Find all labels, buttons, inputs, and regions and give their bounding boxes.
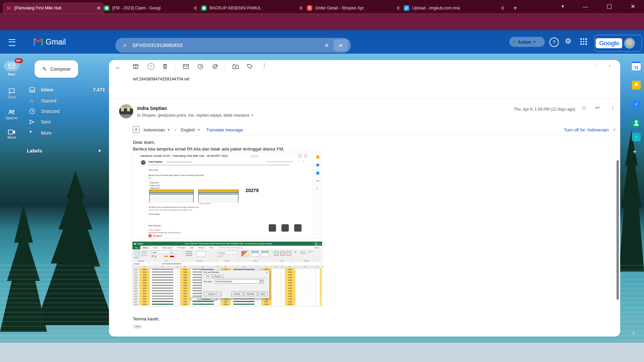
newer-email-icon[interactable]: ‹ bbox=[595, 62, 596, 68]
sender-name[interactable]: Indra Septian bbox=[137, 106, 167, 111]
find-all-button[interactable]: Find All bbox=[231, 292, 243, 296]
maximize-button[interactable] bbox=[601, 0, 617, 13]
snooze-icon[interactable] bbox=[197, 63, 204, 70]
close-button[interactable]: ✕ bbox=[625, 0, 641, 13]
contacts-icon[interactable] bbox=[632, 119, 641, 128]
tab-title: [FM - 2023] Claim - Googl bbox=[112, 6, 190, 10]
tab-search-chevron-icon[interactable]: ▼ bbox=[555, 0, 571, 13]
archive-icon[interactable] bbox=[132, 63, 139, 70]
translate-to[interactable]: English bbox=[181, 127, 195, 132]
back-arrow-icon[interactable]: ← bbox=[112, 61, 124, 73]
hamburger-menu-icon[interactable] bbox=[9, 39, 15, 46]
divider bbox=[109, 99, 620, 99]
find-what-label: Find what: bbox=[204, 281, 215, 283]
search-icon[interactable]: ⌕ bbox=[118, 40, 131, 51]
sidebar-item-sent[interactable]: Sent bbox=[29, 117, 105, 127]
delete-icon[interactable] bbox=[162, 63, 168, 69]
tab-close-icon[interactable]: ✕ bbox=[299, 5, 303, 11]
sidebar-item-more[interactable]: ▼ More bbox=[29, 128, 105, 138]
scrollbar-thumb[interactable] bbox=[616, 160, 619, 300]
find-what-input[interactable]: SPXID031919680453 bbox=[215, 280, 260, 284]
labels-icon[interactable] bbox=[247, 63, 253, 70]
att1-star-icon: ☆ bbox=[298, 160, 300, 163]
chevron-down-icon: ▼ bbox=[29, 130, 36, 136]
meet-icon bbox=[8, 129, 15, 135]
details-caret-icon[interactable]: ▼ bbox=[251, 114, 254, 117]
tab-gmail[interactable]: M [Pamulang First Mile Hub ✕ bbox=[3, 2, 104, 13]
tab-imgkub[interactable]: ⬈ Upload - imgkub.com ima ✕ bbox=[400, 2, 508, 13]
rail-chat[interactable]: Chat bbox=[0, 88, 23, 99]
star-icon[interactable]: ☆ bbox=[581, 105, 587, 112]
gmail-search-bar[interactable]: ⌕ ✕ ⇄ bbox=[115, 38, 351, 53]
add-label-icon[interactable]: + bbox=[98, 147, 101, 154]
att1-dc: - Jakarta DC bbox=[149, 187, 160, 189]
account-avatar[interactable] bbox=[624, 38, 635, 49]
tab-close-icon[interactable]: ✕ bbox=[97, 5, 101, 11]
translate-from[interactable]: Indonesian bbox=[144, 127, 165, 132]
show-trimmed-content[interactable] bbox=[133, 324, 142, 329]
tab-fm-claim[interactable]: ▦ [FM - 2023] Claim - Googl ✕ bbox=[101, 2, 201, 13]
gmail-search-input[interactable] bbox=[131, 42, 320, 49]
more-vert-icon[interactable]: ⋮ bbox=[610, 105, 615, 111]
rail-mail[interactable]: 99+ Mail bbox=[0, 61, 23, 76]
rail-meet[interactable]: Meet bbox=[0, 129, 23, 139]
report-spam-icon[interactable]: ! bbox=[148, 63, 154, 70]
dialog-close-icon[interactable]: ✕ bbox=[266, 271, 268, 274]
reply-icon[interactable]: ↩ bbox=[595, 105, 600, 111]
rail-chat-label: Chat bbox=[0, 95, 23, 99]
tab-backup-absensi[interactable]: ▦ BACKUP ABSENSI PAMUL ✕ bbox=[198, 2, 306, 13]
get-addons-icon[interactable]: + bbox=[633, 147, 637, 156]
translate-turnoff[interactable]: Turn off for: Indonesian bbox=[564, 127, 609, 132]
rail-meet-label: Meet bbox=[0, 135, 23, 139]
recipients[interactable]: to Shopee, greatzano.putra, me, septian.… bbox=[137, 113, 249, 118]
more-options-icon[interactable]: ⋮ bbox=[262, 62, 267, 69]
search-filter-icon[interactable]: ⇄ bbox=[333, 39, 348, 51]
sidebar-item-inbox[interactable]: Inbox 7,473 bbox=[29, 85, 105, 95]
settings-gear-icon[interactable]: ⚙ bbox=[565, 37, 572, 46]
compose-button[interactable]: ✎ Compose bbox=[35, 60, 78, 78]
att1-line3: Dan Berikut Kami Lampirkan Datanya, kami… bbox=[149, 206, 199, 208]
tab-close-icon[interactable]: ✕ bbox=[193, 5, 197, 11]
older-email-icon[interactable]: › bbox=[609, 62, 610, 68]
sidebar-item-snoozed[interactable]: Snoozed bbox=[29, 107, 105, 116]
clock-icon bbox=[29, 108, 36, 115]
help-icon[interactable]: ? bbox=[549, 38, 559, 47]
attached-excel-image[interactable]: DAILY REPORT TEAM PAMULANG FIRST MILE HU… bbox=[132, 241, 322, 306]
excel-menu-tab: View bbox=[207, 247, 215, 249]
tasks-icon[interactable]: ✓ bbox=[632, 100, 641, 109]
mark-unread-icon[interactable] bbox=[183, 63, 189, 70]
rail-spaces-label: Spaces bbox=[0, 116, 23, 120]
excel-titlebar: DAILY REPORT TEAM PAMULANG FIRST MILE HU… bbox=[132, 242, 322, 246]
clear-search-icon[interactable]: ✕ bbox=[320, 42, 333, 49]
close-button[interactable]: Close bbox=[258, 292, 268, 296]
rail-spaces[interactable]: Spaces bbox=[0, 109, 23, 120]
find-replace-dialog[interactable]: Find and Replace ✕ Find Replace Find wha… bbox=[201, 270, 270, 299]
chevron-right-icon[interactable]: › bbox=[632, 328, 635, 338]
sidebar-item-starred[interactable]: ☆ Starred bbox=[29, 96, 105, 106]
att1-big-number: 20279 bbox=[246, 188, 259, 193]
att1-sig-brand: Shopee bbox=[153, 234, 162, 237]
attached-email-image[interactable]: Handover Goods All DC - Pamulang First M… bbox=[132, 152, 322, 239]
headset-icon[interactable]: ∩ bbox=[632, 133, 641, 141]
replace-tab[interactable]: Replace bbox=[212, 275, 223, 278]
tab-shopee-order[interactable]: S Order Detail - Shopee Xpr ✕ bbox=[304, 2, 404, 13]
calendar-icon[interactable]: 31 bbox=[632, 62, 641, 70]
apps-grid-icon[interactable] bbox=[580, 38, 587, 45]
att1-sig-role: Pamulang First Mile Hub | Shopee Express bbox=[149, 232, 181, 234]
compose-pencil-icon: ✎ bbox=[42, 66, 47, 73]
move-to-icon[interactable] bbox=[232, 63, 239, 70]
minimize-button[interactable]: — bbox=[578, 0, 593, 13]
excel-menu-tab: Formulas bbox=[175, 247, 187, 249]
keep-icon[interactable] bbox=[632, 81, 641, 89]
new-tab-button[interactable]: + bbox=[511, 3, 520, 13]
translate-action[interactable]: Translate message bbox=[206, 127, 243, 132]
options-button[interactable]: Options >> bbox=[204, 292, 222, 296]
caret-down-icon: ▼ bbox=[198, 128, 200, 131]
add-to-tasks-icon[interactable] bbox=[212, 63, 218, 70]
find-tab[interactable]: Find bbox=[204, 275, 212, 278]
status-pill[interactable]: Active ▼ bbox=[509, 37, 545, 47]
close-icon[interactable]: ✕ bbox=[613, 128, 616, 132]
sender-avatar[interactable] bbox=[119, 104, 133, 118]
find-next-button[interactable]: Find Next bbox=[244, 292, 257, 296]
google-account-badge[interactable]: Google bbox=[594, 35, 642, 52]
